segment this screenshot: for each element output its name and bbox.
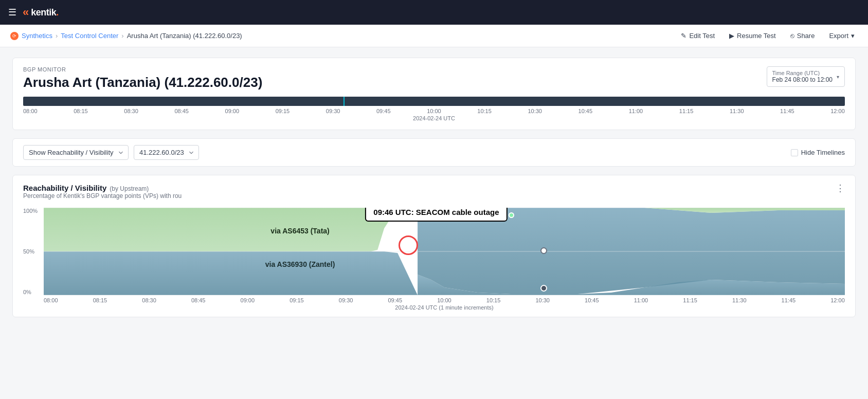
breadcrumb-test-control-center[interactable]: Test Control Center <box>61 32 118 40</box>
hide-timelines-checkbox[interactable] <box>791 149 798 156</box>
time-range-selector[interactable]: Time Range (UTC) Feb 24 08:00 to 12:00 ▾ <box>767 66 845 87</box>
timeline-container: 08:00 08:15 08:30 08:45 09:00 09:15 09:3… <box>23 97 845 121</box>
chart-subtitle: (by Upstream) <box>110 185 149 192</box>
menu-icon[interactable]: ☰ <box>8 7 16 18</box>
prefix-dropdown[interactable]: 41.222.60.0/23 <box>134 145 199 160</box>
edit-icon: ✎ <box>681 32 686 40</box>
share-button[interactable]: ⎋ Share <box>787 30 818 42</box>
chart-label-tata: via AS6453 (Tata) <box>270 227 329 235</box>
breadcrumb-synthetics[interactable]: Synthetics <box>22 32 52 40</box>
controls-right: Hide Timelines <box>791 149 845 156</box>
tata-area-left <box>44 208 418 251</box>
timeline-date: 2024-02-24 UTC <box>23 115 845 121</box>
breadcrumb-actions: ✎ Edit Test ▶ Resume Test ⎋ Share Export… <box>678 30 858 42</box>
breadcrumb-sep-2: › <box>121 32 123 40</box>
chart-description: Percentage of Kentik's BGP vantage point… <box>23 192 182 199</box>
x-axis-labels: 08:00 08:15 08:30 08:45 09:00 09:15 09:3… <box>44 297 845 311</box>
dot-dark-bottom <box>540 285 547 292</box>
x-axis-date: 2024-02-24 UTC (1 minute increments) <box>395 304 493 311</box>
chart-label-zantel: via AS36930 (Zantel) <box>265 260 335 268</box>
chart-section: Reachability / Visibility (by Upstream) … <box>12 175 856 317</box>
edit-test-button[interactable]: ✎ Edit Test <box>678 30 718 42</box>
synthetics-icon: ⟳ <box>10 32 19 40</box>
dot-green-tata <box>509 212 514 218</box>
hide-timelines-toggle[interactable]: Hide Timelines <box>791 149 845 156</box>
hide-timelines-label: Hide Timelines <box>801 149 845 156</box>
area-chart-wrapper: 100% 50% 0% <box>23 208 845 311</box>
dot-outline-zantel <box>540 247 547 254</box>
breadcrumb-current: Arusha Art (Tanzania) (41.222.60.0/23) <box>127 32 242 40</box>
y-label-0: 0% <box>23 289 44 295</box>
y-label-100: 100% <box>23 208 44 214</box>
kentik-logo: « kentik. <box>23 7 59 18</box>
timeline-labels: 08:00 08:15 08:30 08:45 09:00 09:15 09:3… <box>23 108 845 114</box>
export-button[interactable]: Export ▾ <box>826 30 858 42</box>
page-header-top: BGP MONITOR Arusha Art (Tanzania) (41.22… <box>23 66 845 90</box>
y-label-50: 50% <box>23 248 44 255</box>
topbar: ☰ « kentik. <box>0 0 868 25</box>
resume-test-button[interactable]: ▶ Resume Test <box>726 30 779 42</box>
timeline-track[interactable] <box>23 97 845 106</box>
kentik-wordmark: kentik. <box>31 7 59 18</box>
reachability-dropdown[interactable]: Show Reachability / Visibility <box>23 145 129 160</box>
time-range-label: Time Range (UTC) <box>772 70 833 76</box>
page-title: Arusha Art (Tanzania) (41.222.60.0/23) <box>23 75 262 90</box>
chart-header: Reachability / Visibility (by Upstream) … <box>23 184 845 204</box>
breadcrumb-sep-1: › <box>56 32 58 40</box>
page-content: BGP MONITOR Arusha Art (Tanzania) (41.22… <box>0 47 868 399</box>
chart-options-button[interactable]: ⋮ <box>836 184 845 193</box>
chart-title: Reachability / Visibility (by Upstream) <box>23 184 182 192</box>
chevron-down-icon: ▾ <box>851 32 855 40</box>
controls-row: Show Reachability / Visibility 41.222.60… <box>12 138 856 167</box>
y-axis-labels: 100% 50% 0% <box>23 208 44 295</box>
monitor-type-label: BGP MONITOR <box>23 66 262 72</box>
time-range-info: Time Range (UTC) Feb 24 08:00 to 12:00 <box>772 70 833 83</box>
kentik-chevrons-icon: « <box>23 7 29 18</box>
time-range-value: Feb 24 08:00 to 12:00 <box>772 76 833 83</box>
controls-left: Show Reachability / Visibility 41.222.60… <box>23 145 199 160</box>
share-icon: ⎋ <box>790 32 794 40</box>
chart-area: 09:46 UTC: SEACOM cable outage via AS645… <box>44 208 845 295</box>
timeline-cursor <box>343 97 345 106</box>
page-header-card: BGP MONITOR Arusha Art (Tanzania) (41.22… <box>12 58 856 130</box>
breadcrumb: ⟳ Synthetics › Test Control Center › Aru… <box>10 32 242 40</box>
chart-header-left: Reachability / Visibility (by Upstream) … <box>23 184 182 204</box>
page-header-left: BGP MONITOR Arusha Art (Tanzania) (41.22… <box>23 66 262 90</box>
breadcrumb-bar: ⟳ Synthetics › Test Control Center › Aru… <box>0 25 868 47</box>
chart-svg <box>44 208 845 295</box>
play-icon: ▶ <box>729 32 734 40</box>
time-range-chevron-icon: ▾ <box>837 74 839 80</box>
